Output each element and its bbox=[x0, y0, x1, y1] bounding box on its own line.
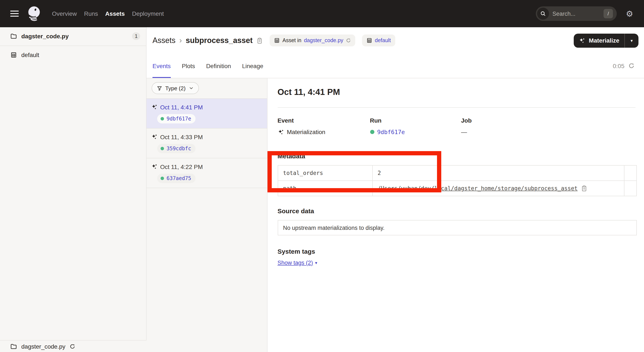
job-value: — bbox=[461, 129, 467, 135]
repo-grid-icon bbox=[366, 37, 372, 43]
search-icon bbox=[537, 8, 549, 19]
refresh-icon[interactable] bbox=[628, 62, 635, 69]
event-detail-title: Oct 11, 4:41 PM bbox=[278, 87, 636, 97]
nav-runs[interactable]: Runs bbox=[84, 10, 98, 17]
run-status-dot bbox=[160, 176, 164, 180]
run-id-link[interactable]: 9dbf617e bbox=[377, 129, 405, 135]
table-row: path /Users/yuhan/dev/local/dagster_home… bbox=[278, 181, 636, 196]
sidebar-item-label: dagster_code.py bbox=[21, 33, 69, 40]
materialize-button[interactable]: Materialize ▾ bbox=[574, 33, 638, 47]
breadcrumb-separator: › bbox=[179, 36, 182, 45]
run-id: 637aed75 bbox=[166, 175, 191, 181]
table-row: total_orders 2 bbox=[278, 165, 636, 181]
repo-grid-icon bbox=[274, 37, 280, 43]
sparkle-icon bbox=[579, 37, 586, 44]
reload-icon[interactable] bbox=[69, 343, 75, 349]
asset-page-header: Assets › subprocess_asset Asset in dagst… bbox=[146, 27, 644, 54]
table-spacer-cell bbox=[624, 165, 636, 181]
event-timestamp: Oct 11, 4:22 PM bbox=[160, 163, 203, 170]
table-spacer-cell bbox=[624, 181, 636, 196]
materialization-sparkle-icon bbox=[278, 129, 284, 135]
settings-gear-icon[interactable]: ⚙ bbox=[622, 9, 637, 18]
event-timestamp: Oct 11, 4:33 PM bbox=[160, 133, 203, 140]
code-location-label: dagster_code.py bbox=[21, 343, 66, 350]
event-timestamp: Oct 11, 4:41 PM bbox=[160, 104, 203, 110]
page-title: subprocess_asset bbox=[186, 36, 252, 45]
chip-prefix: Asset in bbox=[282, 37, 301, 43]
asset-group-chip[interactable]: default bbox=[362, 34, 395, 46]
asset-tabs-bar: Events Plots Definition Lineage 0:05 bbox=[146, 54, 644, 78]
metadata-table: total_orders 2 path /Users/yuhan/dev/loc… bbox=[278, 165, 636, 196]
run-status-dot bbox=[160, 117, 164, 120]
nav-overview[interactable]: Overview bbox=[52, 10, 77, 17]
source-data-empty-state: No upstream materializations to display. bbox=[278, 220, 636, 235]
code-location-link[interactable]: dagster_code.py bbox=[304, 37, 343, 43]
event-list-item[interactable]: Oct 11, 4:41 PM 9dbf617e bbox=[146, 98, 267, 128]
show-tags-toggle[interactable]: Show tags (2) ▾ bbox=[278, 260, 636, 266]
tab-plots[interactable]: Plots bbox=[182, 54, 195, 78]
run-id-pill[interactable]: 9dbf617e bbox=[157, 114, 196, 123]
materialization-sparkle-icon bbox=[151, 104, 158, 110]
hamburger-menu-icon[interactable] bbox=[10, 11, 19, 16]
search-box[interactable]: / bbox=[536, 6, 617, 21]
folder-icon bbox=[10, 343, 17, 350]
type-filter-label: Type (2) bbox=[165, 85, 186, 91]
nav-deployment[interactable]: Deployment bbox=[132, 10, 164, 17]
dagster-app-window: Overview Runs Assets Deployment / ⚙ dags… bbox=[0, 0, 644, 352]
run-id-pill[interactable]: 359cdbfc bbox=[157, 144, 196, 153]
asset-definition-chip[interactable]: Asset in dagster_code.py bbox=[270, 34, 355, 46]
event-filter-row: Type (2) bbox=[146, 78, 267, 98]
sidebar-footer-code-location[interactable]: dagster_code.py bbox=[0, 340, 146, 352]
tab-definition[interactable]: Definition bbox=[206, 54, 231, 78]
search-shortcut-key: / bbox=[604, 9, 613, 18]
reload-icon[interactable] bbox=[346, 38, 351, 43]
copy-path-icon[interactable] bbox=[581, 185, 587, 192]
storage-path-link[interactable]: /Users/yuhan/dev/local/dagster_home/stor… bbox=[378, 185, 578, 192]
top-navigation-bar: Overview Runs Assets Deployment / ⚙ bbox=[0, 0, 644, 27]
repo-grid-icon bbox=[10, 52, 17, 58]
asset-groups-sidebar: dagster_code.py 1 default dagster_code.p… bbox=[0, 27, 146, 352]
divider bbox=[278, 107, 635, 108]
materialize-dropdown-caret[interactable]: ▾ bbox=[625, 38, 638, 43]
metadata-key: path bbox=[278, 181, 372, 196]
folder-icon bbox=[10, 33, 17, 40]
breadcrumb-assets-link[interactable]: Assets bbox=[152, 36, 176, 45]
event-list-panel: Type (2) Oct 11, 4:41 PM 9dbf617e Oct 11… bbox=[146, 78, 267, 352]
event-column-label: Event bbox=[278, 117, 370, 124]
filter-funnel-icon bbox=[157, 85, 162, 91]
breadcrumb: Assets › subprocess_asset bbox=[152, 36, 263, 45]
nav-assets[interactable]: Assets bbox=[105, 10, 125, 17]
system-tags-heading: System tags bbox=[278, 248, 636, 255]
primary-nav: Overview Runs Assets Deployment bbox=[52, 10, 164, 17]
tab-lineage[interactable]: Lineage bbox=[242, 54, 264, 78]
empty-state-text: No upstream materializations to display. bbox=[283, 225, 384, 231]
group-link[interactable]: default bbox=[375, 37, 391, 43]
refresh-countdown: 0:05 bbox=[613, 62, 624, 69]
run-status-dot bbox=[160, 147, 164, 150]
metadata-key: total_orders bbox=[278, 165, 372, 181]
run-column-label: Run bbox=[370, 117, 461, 124]
source-data-heading: Source data bbox=[278, 207, 636, 215]
dagster-logo-icon[interactable] bbox=[26, 4, 42, 23]
metadata-value: 2 bbox=[372, 165, 624, 181]
run-id-pill[interactable]: 637aed75 bbox=[157, 173, 196, 183]
materialize-button-label: Materialize bbox=[589, 37, 619, 44]
tab-events[interactable]: Events bbox=[152, 54, 171, 78]
job-column-label: Job bbox=[461, 117, 576, 124]
event-list-item[interactable]: Oct 11, 4:33 PM 359cdbfc bbox=[146, 128, 267, 158]
type-filter-button[interactable]: Type (2) bbox=[152, 82, 199, 94]
run-status-dot bbox=[370, 130, 374, 134]
asset-count-badge: 1 bbox=[132, 32, 140, 40]
caret-down-icon: ▾ bbox=[315, 261, 317, 265]
event-detail-panel: Oct 11, 4:41 PM Event Materialization Ru… bbox=[267, 78, 644, 352]
copy-asset-name-icon[interactable] bbox=[256, 37, 263, 44]
sidebar-item-default-group[interactable]: default bbox=[0, 46, 146, 64]
event-list-item[interactable]: Oct 11, 4:22 PM 637aed75 bbox=[146, 158, 267, 188]
sidebar-item-dagster-code[interactable]: dagster_code.py 1 bbox=[0, 27, 146, 46]
run-id: 359cdbfc bbox=[166, 145, 191, 151]
run-id: 9dbf617e bbox=[166, 116, 191, 121]
materialization-sparkle-icon bbox=[151, 163, 158, 170]
search-input[interactable] bbox=[552, 10, 595, 17]
event-type-value: Materialization bbox=[287, 129, 326, 135]
show-tags-link[interactable]: Show tags (2) bbox=[278, 260, 313, 266]
